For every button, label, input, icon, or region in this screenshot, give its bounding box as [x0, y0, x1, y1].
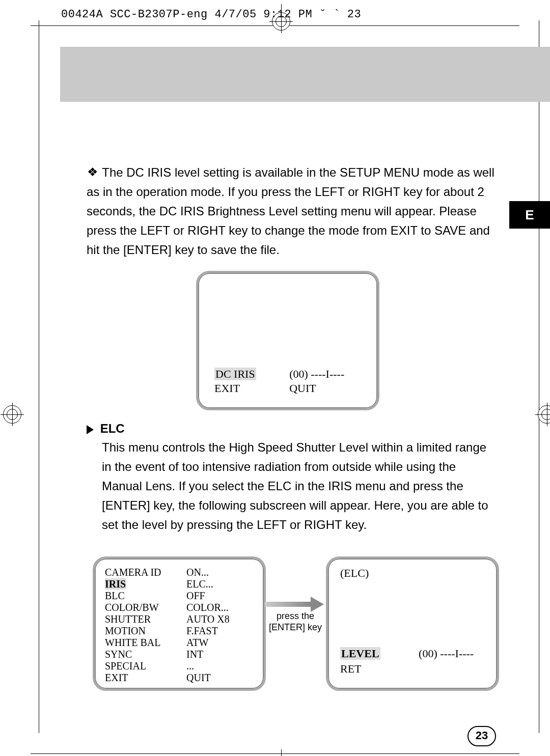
- menu-value: INT: [186, 649, 203, 660]
- menu-row: EXITQUIT: [105, 672, 254, 684]
- print-slug: 00424A SCC-B2307P-eng 4/7/05 9:12 PM ˘ `…: [61, 8, 361, 21]
- press-enter-line2: [ENTER] key: [269, 622, 322, 633]
- elc-subscreen-box: (ELC) LEVEL (00) ----I---- RET: [326, 556, 499, 691]
- menu-key: SPECIAL: [105, 660, 186, 672]
- menu-key: MOTION: [105, 625, 186, 637]
- menu-row: SHUTTERAUTO X8: [105, 613, 254, 625]
- menu-row: CAMERA IDON...: [105, 567, 254, 578]
- level-label: LEVEL: [340, 647, 380, 660]
- dc-iris-screen-box: DC IRIS (00) ----I---- EXIT QUIT: [196, 271, 379, 410]
- arrow-right-icon: [265, 602, 311, 607]
- menu-row: SPECIAL...: [105, 660, 254, 672]
- menu-value: AUTO X8: [186, 613, 230, 625]
- menu-key: EXIT: [105, 672, 186, 684]
- content-area: ❖ The DC IRIS level setting is available…: [87, 163, 499, 260]
- menu-key: CAMERA ID: [105, 567, 186, 578]
- dc-iris-label: DC IRIS: [214, 368, 256, 380]
- triangle-right-icon: [87, 425, 94, 434]
- paragraph1-text: The DC IRIS level setting is available i…: [87, 165, 494, 257]
- clover-bullet-icon: ❖: [87, 162, 99, 182]
- press-enter-label: press the [ENTER] key: [269, 611, 322, 633]
- menu-key: IRIS: [105, 578, 186, 590]
- quit-label: QUIT: [289, 382, 316, 395]
- paragraph-elc: This menu controls the High Speed Shutte…: [102, 438, 498, 535]
- menu-row: MOTIONF.FAST: [105, 625, 254, 637]
- menu-row: SYNCINT: [105, 649, 254, 660]
- level-value: (00) ----I----: [419, 647, 474, 660]
- setup-menu-screen-box: CAMERA IDON...IRISELC...BLCOFFCOLOR/BWCO…: [93, 556, 266, 691]
- press-enter-line1: press the: [269, 611, 322, 622]
- menu-row: WHITE BALATW: [105, 637, 254, 649]
- menu-key: BLC: [105, 590, 186, 602]
- menu-key: COLOR/BW: [105, 602, 186, 613]
- menu-value: COLOR...: [186, 602, 229, 613]
- setup-menu-list: CAMERA IDON...IRISELC...BLCOFFCOLOR/BWCO…: [95, 558, 264, 692]
- language-tab: E: [509, 201, 550, 229]
- menu-value: OFF: [186, 590, 205, 602]
- elc-heading-text: ELC: [100, 422, 125, 435]
- page-number: 23: [468, 726, 496, 746]
- menu-key: SHUTTER: [105, 613, 186, 625]
- elc-subscreen-title: (ELC): [340, 567, 485, 580]
- menu-value: ATW: [186, 637, 208, 649]
- paragraph-dc-iris: ❖ The DC IRIS level setting is available…: [87, 163, 499, 260]
- menu-key: WHITE BAL: [105, 637, 186, 649]
- menu-value: ON...: [186, 567, 209, 578]
- dc-iris-value: (00) ----I----: [289, 368, 344, 381]
- menu-value: ...: [186, 660, 194, 672]
- menu-value: QUIT: [186, 672, 211, 684]
- menu-value: F.FAST: [186, 625, 218, 637]
- ret-label: RET: [340, 662, 362, 675]
- exit-label: EXIT: [214, 382, 240, 395]
- menu-row: BLCOFF: [105, 590, 254, 602]
- paragraph2-text: This menu controls the High Speed Shutte…: [102, 440, 488, 531]
- elc-section-heading: ELC: [87, 422, 125, 436]
- menu-key: SYNC: [105, 649, 186, 660]
- menu-value: ELC...: [186, 578, 213, 590]
- menu-row: COLOR/BWCOLOR...: [105, 602, 254, 613]
- header-banner: [60, 47, 550, 102]
- menu-row: IRISELC...: [105, 578, 254, 590]
